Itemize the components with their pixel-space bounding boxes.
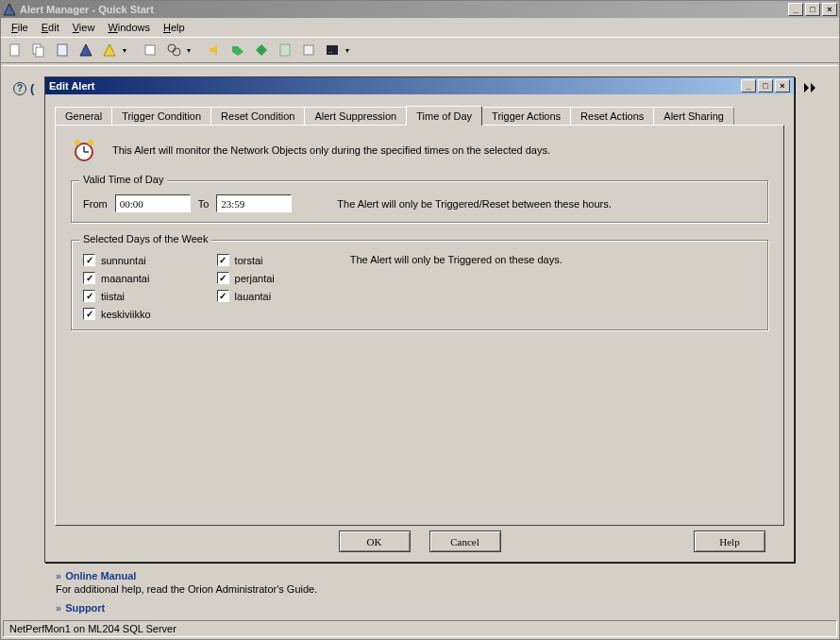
dialog-button-row: OK Cancel — [45, 531, 794, 552]
svg-marker-0 — [4, 4, 15, 15]
bullet-icon: » — [56, 602, 61, 614]
tb-copy2-icon[interactable] — [140, 40, 160, 60]
day-label: lauantai — [235, 291, 272, 302]
svg-point-9 — [173, 48, 180, 56]
toolbar: ▾ ▾ .. ▾ — [1, 37, 839, 63]
ok-button[interactable]: OK — [339, 531, 411, 552]
from-time-input[interactable] — [115, 194, 191, 212]
day-checkbox-sunnuntai[interactable]: ✓sunnuntai — [83, 254, 151, 266]
day-label: maanantai — [101, 273, 149, 284]
valid-time-group: Valid Time of Day From To The Alert will… — [71, 180, 768, 223]
bullet-icon: » — [56, 570, 61, 581]
day-checkbox-lauantai[interactable]: ✓lauantai — [217, 290, 275, 302]
svg-marker-5 — [80, 44, 92, 56]
tab-alert-sharing[interactable]: Alert Sharing — [653, 107, 734, 125]
day-checkbox-torstai[interactable]: ✓torstai — [217, 254, 275, 266]
valid-time-legend: Valid Time of Day — [79, 174, 167, 185]
menubar: File Edit View Windows Help — [1, 18, 839, 37]
support-link[interactable]: Support — [65, 602, 105, 614]
dialog-titlebar: Edit Alert _ □ × — [45, 77, 794, 94]
tb-alert-yellow-icon[interactable] — [99, 40, 120, 60]
main-titlebar: Alert Manager - Quick Start _ □ × — [1, 1, 839, 18]
svg-marker-12 — [256, 44, 267, 56]
svg-rect-1 — [10, 44, 19, 56]
dialog-close-button[interactable]: × — [775, 79, 790, 93]
quickstart-links: » Online Manual For additional help, rea… — [56, 570, 317, 614]
dialog-minimize-button[interactable]: _ — [741, 79, 756, 93]
svg-marker-11 — [232, 46, 244, 56]
tab-trigger-actions[interactable]: Trigger Actions — [481, 107, 571, 125]
svg-marker-17 — [804, 83, 809, 93]
svg-rect-3 — [36, 47, 43, 57]
menu-help[interactable]: Help — [157, 20, 192, 35]
tab-alert-suppression[interactable]: Alert Suppression — [304, 107, 407, 125]
svg-marker-10 — [210, 44, 217, 56]
tab-content: This Alert will monitor the Network Obje… — [55, 125, 784, 526]
day-label: tiistai — [101, 291, 125, 302]
nav-arrows[interactable] — [800, 81, 819, 96]
tab-reset-condition[interactable]: Reset Condition — [210, 107, 305, 125]
menu-file[interactable]: File — [5, 20, 35, 35]
svg-marker-18 — [811, 83, 815, 93]
day-label: perjantai — [235, 273, 275, 284]
day-checkbox-maanantai[interactable]: ✓maanantai — [83, 272, 151, 284]
menu-windows[interactable]: Windows — [101, 20, 157, 35]
tab-trigger-condition[interactable]: Trigger Condition — [111, 107, 211, 125]
tab-strip: General Trigger Condition Reset Conditio… — [55, 104, 784, 125]
day-label: keskiviikko — [101, 309, 151, 320]
cancel-button[interactable]: Cancel — [429, 531, 501, 552]
main-window: Alert Manager - Quick Start _ □ × File E… — [0, 0, 840, 640]
quickstart-partial-text: ( — [30, 81, 34, 95]
tb-doc2-icon[interactable] — [275, 40, 295, 60]
to-label: To — [198, 198, 210, 210]
minimize-button[interactable]: _ — [788, 3, 803, 16]
dialog-title: Edit Alert — [49, 80, 741, 92]
help-icon: ? — [13, 82, 26, 95]
days-hint: The Alert will only be Triggered on thes… — [350, 254, 563, 320]
status-text: NetPerfMon1 on ML204 SQL Server — [9, 623, 176, 634]
tb-alert-blue-icon[interactable] — [76, 40, 96, 60]
svg-rect-14 — [304, 45, 313, 55]
day-checkbox-keskiviikko[interactable]: ✓keskiviikko — [83, 308, 151, 320]
tb-new-icon[interactable] — [5, 40, 25, 60]
main-title: Alert Manager - Quick Start — [20, 4, 788, 15]
tb-tag-icon[interactable] — [227, 40, 248, 60]
maximize-button[interactable]: □ — [805, 3, 820, 16]
online-manual-desc: For additional help, read the Orion Admi… — [56, 583, 317, 595]
tb-diamond-icon[interactable] — [251, 40, 272, 60]
day-checkbox-perjantai[interactable]: ✓perjantai — [217, 272, 275, 284]
tb-doc-icon[interactable] — [52, 40, 73, 60]
svg-point-22 — [75, 140, 80, 145]
day-checkbox-tiistai[interactable]: ✓tiistai — [83, 290, 151, 302]
edit-alert-dialog: Edit Alert _ □ × General Trigger Conditi… — [44, 76, 795, 563]
tab-general[interactable]: General — [55, 107, 112, 125]
close-button[interactable]: × — [822, 3, 837, 16]
svg-marker-6 — [104, 44, 115, 56]
menu-view[interactable]: View — [66, 20, 102, 35]
svg-rect-4 — [58, 44, 67, 56]
svg-point-23 — [88, 140, 93, 145]
svg-rect-7 — [145, 45, 155, 55]
help-button[interactable]: Help — [694, 531, 765, 552]
alarm-clock-icon — [71, 137, 97, 163]
day-label: sunnuntai — [101, 255, 146, 266]
quickstart-header-icon: ? ( — [13, 81, 34, 95]
to-time-input[interactable] — [216, 194, 292, 212]
tb-page-icon[interactable] — [298, 40, 319, 60]
intro-text: This Alert will monitor the Network Obje… — [112, 144, 550, 156]
statusbar: NetPerfMon1 on ML204 SQL Server — [3, 620, 837, 637]
main-window-controls: _ □ × — [788, 3, 837, 16]
days-group: Selected Days of the Week ✓sunnuntai ✓ma… — [71, 240, 768, 330]
dialog-maximize-button[interactable]: □ — [758, 79, 773, 93]
svg-rect-13 — [280, 44, 290, 56]
days-legend: Selected Days of the Week — [79, 233, 211, 244]
tb-find-icon[interactable] — [163, 40, 184, 60]
tb-cmd-icon[interactable]: .. — [322, 40, 343, 60]
online-manual-link[interactable]: Online Manual — [65, 570, 136, 581]
tb-copy-icon[interactable] — [28, 40, 49, 60]
tab-time-of-day[interactable]: Time of Day — [406, 106, 482, 126]
tb-sound-icon[interactable] — [204, 40, 225, 60]
svg-point-8 — [168, 44, 176, 52]
tab-reset-actions[interactable]: Reset Actions — [570, 107, 654, 125]
menu-edit[interactable]: Edit — [35, 20, 66, 35]
